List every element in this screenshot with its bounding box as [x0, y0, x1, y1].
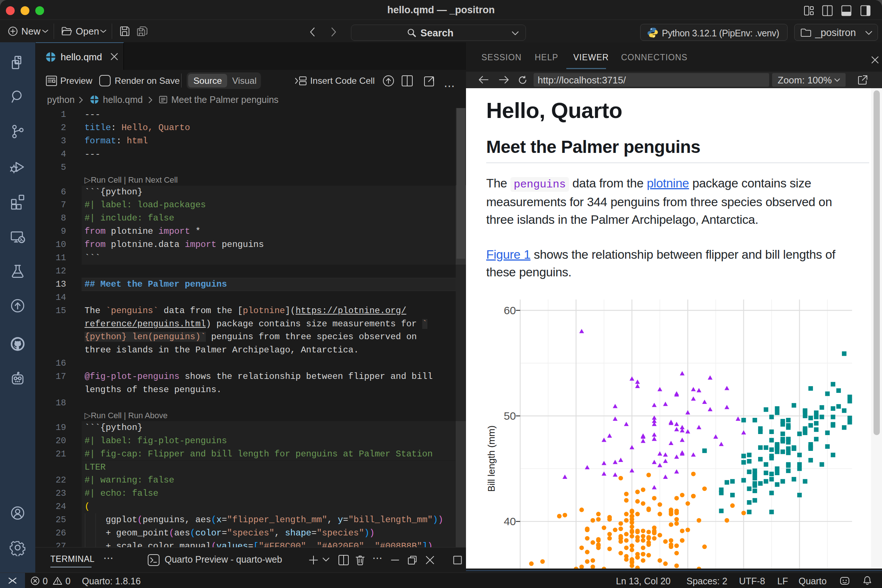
svg-text:60: 60 — [504, 304, 516, 316]
svg-text:40: 40 — [504, 515, 516, 527]
svg-text:50: 50 — [504, 410, 516, 422]
svg-text:Bill length (mm): Bill length (mm) — [486, 426, 497, 492]
